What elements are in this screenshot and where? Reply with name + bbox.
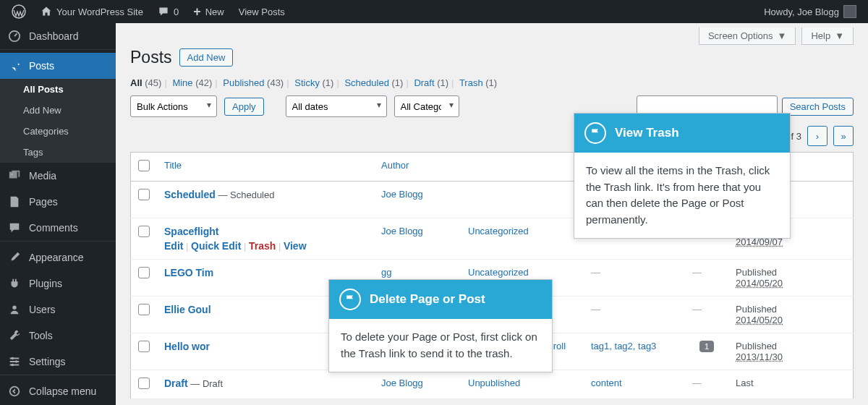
category-link[interactable]: Unpublished — [468, 378, 520, 388]
cell-tags: — — [584, 297, 685, 333]
new-content-link[interactable]: +New — [187, 0, 230, 23]
sidebar-item-media[interactable]: Media — [0, 163, 116, 189]
sidebar-item-tools[interactable]: Tools — [0, 323, 116, 349]
svg-point-7 — [10, 387, 20, 396]
tag-link[interactable]: tag1, tag2, tag3 — [591, 341, 656, 351]
author-link[interactable]: Joe Blogg — [381, 189, 423, 200]
collapse-icon — [7, 384, 22, 398]
svg-point-5 — [15, 360, 18, 363]
submenu-categories[interactable]: Categories — [0, 121, 116, 142]
screen-options-toggle[interactable]: Screen Options▼ — [699, 27, 796, 45]
comments-link[interactable]: 0 — [152, 0, 184, 23]
page-title: Posts — [130, 48, 172, 67]
tooltip-view-trash: View Trash To view all the items in the … — [574, 113, 791, 239]
select-all-checkbox[interactable] — [138, 160, 150, 171]
filter-all[interactable]: All — [130, 77, 142, 88]
last-page-button[interactable]: » — [833, 126, 854, 146]
sidebar-item-plugins[interactable]: Plugins — [0, 270, 116, 297]
post-title-link[interactable]: Spaceflight — [164, 226, 218, 237]
category-link[interactable]: Uncategorized — [468, 267, 529, 278]
row-checkbox[interactable] — [138, 304, 150, 315]
cell-author: Joe Blogg — [374, 182, 461, 218]
cell-author: Joe Blogg — [374, 218, 461, 260]
next-page-button[interactable]: › — [807, 126, 827, 146]
submenu-all-posts[interactable]: All Posts — [0, 79, 116, 100]
sidebar-item-users[interactable]: Users — [0, 297, 116, 323]
sidebar-item-posts[interactable]: Posts — [0, 53, 116, 79]
filter-sticky[interactable]: Sticky — [294, 77, 320, 88]
cell-title: Draft — Draft — [157, 370, 374, 399]
filter-draft[interactable]: Draft — [414, 77, 434, 88]
cell-comments: 1 — [685, 333, 728, 370]
flag-icon — [584, 122, 606, 144]
pin-icon — [7, 59, 22, 73]
cell-tags: — — [584, 260, 685, 297]
cell-title: SpaceflightEdit | Quick Edit | Trash | V… — [157, 218, 374, 260]
date-filter-select[interactable]: All dates — [286, 95, 387, 117]
row-checkbox[interactable] — [138, 189, 150, 200]
author-link[interactable]: gg — [381, 267, 391, 278]
sidebar-item-pages[interactable]: Pages — [0, 189, 116, 215]
cell-comments: — — [685, 370, 728, 399]
post-title-link[interactable]: Hello wor — [164, 341, 210, 352]
action-edit[interactable]: Edit — [164, 240, 183, 252]
col-author[interactable]: Author — [374, 153, 461, 182]
search-posts-button[interactable]: Search Posts — [782, 98, 854, 116]
plug-icon — [7, 276, 22, 291]
post-title-link[interactable]: Scheduled — [164, 189, 216, 200]
status-filter-links: All (45)| Mine (42)| Published (43)| Sti… — [130, 77, 854, 88]
tooltip-delete-post: Delete Page or Post To delete your Page … — [328, 279, 553, 372]
admin-toolbar: Your WordPress Site 0 +New View Posts Ho… — [0, 0, 868, 23]
cell-tags: tag1, tag2, tag3 — [584, 333, 685, 370]
tag-link[interactable]: content — [591, 378, 622, 388]
apply-button[interactable]: Apply — [224, 98, 264, 116]
cell-date: Published2014/05/20 — [728, 260, 854, 297]
avatar — [843, 5, 856, 18]
filter-scheduled[interactable]: Scheduled — [344, 77, 388, 88]
action-trash[interactable]: Trash — [249, 240, 276, 252]
author-link[interactable]: Joe Blogg — [381, 378, 423, 388]
site-name-link[interactable]: Your WordPress Site — [35, 0, 149, 23]
help-toggle[interactable]: Help▼ — [801, 27, 854, 45]
submenu-add-new[interactable]: Add New — [0, 100, 116, 121]
row-checkbox[interactable] — [138, 267, 150, 278]
admin-sidebar: Dashboard Posts All Posts Add New Catego… — [0, 23, 116, 405]
tooltip-body: To delete your Page or Post, first click… — [329, 319, 552, 372]
col-title[interactable]: Title — [157, 153, 374, 182]
table-row: Draft — DraftJoe BloggUnpublishedcontent… — [131, 370, 854, 399]
svg-point-6 — [12, 364, 14, 367]
submenu-tags[interactable]: Tags — [0, 142, 116, 163]
chevron-down-icon: ▼ — [778, 30, 787, 41]
view-posts-link[interactable]: View Posts — [233, 0, 291, 23]
add-new-button[interactable]: Add New — [179, 48, 234, 67]
sidebar-item-appearance[interactable]: Appearance — [0, 244, 116, 270]
category-link[interactable]: Uncategorized — [468, 226, 529, 236]
post-title-link[interactable]: LEGO Tim — [164, 267, 213, 278]
row-checkbox[interactable] — [138, 226, 150, 237]
row-checkbox[interactable] — [138, 378, 150, 389]
post-title-link[interactable]: Ellie Goul — [164, 304, 211, 315]
cell-author: Joe Blogg — [374, 370, 461, 399]
user-account-link[interactable]: Howdy, Joe Blogg — [758, 0, 862, 23]
wp-logo[interactable] — [6, 0, 32, 23]
action-view[interactable]: View — [284, 240, 307, 252]
sidebar-item-comments[interactable]: Comments — [0, 215, 116, 241]
comment-count-badge[interactable]: 1 — [699, 341, 714, 352]
filter-published[interactable]: Published — [223, 77, 264, 88]
cell-categories — [461, 182, 584, 218]
filter-trash[interactable]: Trash — [459, 77, 483, 88]
brush-icon — [7, 250, 22, 265]
filter-mine[interactable]: Mine — [172, 77, 192, 88]
author-link[interactable]: Joe Blogg — [381, 226, 423, 236]
category-filter-select[interactable]: All Categorie — [394, 95, 459, 117]
sidebar-item-dashboard[interactable]: Dashboard — [0, 23, 116, 49]
cell-comments: — — [685, 297, 728, 333]
cell-categories: Unpublished — [461, 370, 584, 399]
collapse-menu[interactable]: Collapse menu — [0, 378, 116, 404]
action-quick-edit[interactable]: Quick Edit — [191, 240, 241, 252]
post-title-link[interactable]: Draft — [164, 378, 188, 389]
sidebar-item-settings[interactable]: Settings — [0, 349, 116, 375]
svg-point-2 — [11, 174, 13, 176]
bulk-actions-select[interactable]: Bulk Actions — [130, 95, 217, 117]
row-checkbox[interactable] — [138, 341, 150, 352]
